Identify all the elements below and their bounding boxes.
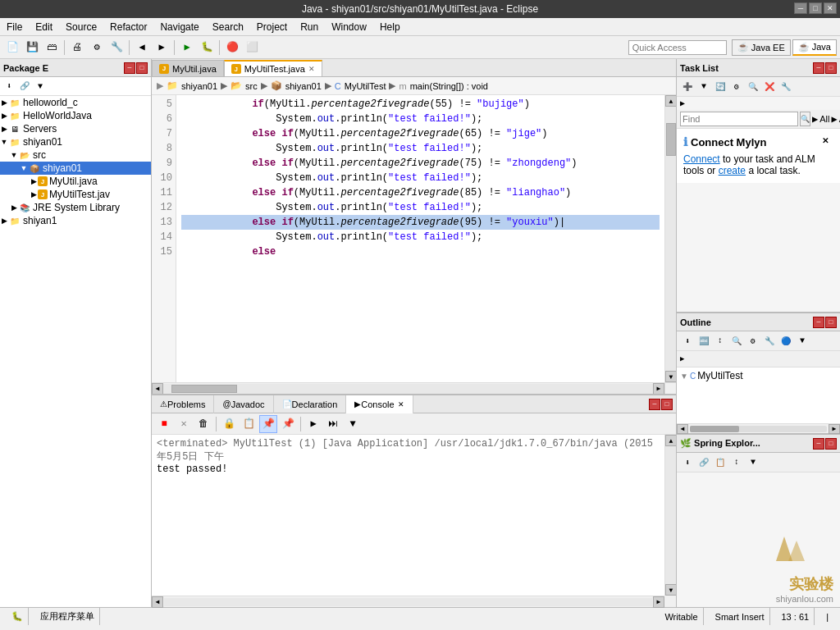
- hscroll-track[interactable]: [163, 384, 653, 394]
- spring-btn-3[interactable]: 📋: [713, 455, 728, 470]
- console-menu-button[interactable]: ▼: [344, 415, 362, 433]
- outline-maximize-button[interactable]: □: [825, 317, 837, 328]
- task-new-button[interactable]: ➕: [680, 80, 695, 94]
- run-button[interactable]: ▶: [178, 39, 196, 57]
- forward-button[interactable]: ▶: [153, 39, 171, 57]
- bottom-minimize-button[interactable]: ─: [649, 399, 660, 410]
- tab-myutiltest[interactable]: J MyUtilTest.java ✕: [224, 60, 322, 76]
- tree-item-src[interactable]: ▼ 📂 src: [0, 148, 151, 162]
- new-button[interactable]: 📄: [3, 39, 21, 57]
- vscroll-up-button[interactable]: ▲: [665, 95, 676, 107]
- outline-minimize-button[interactable]: ─: [813, 317, 824, 328]
- mylyn-close-button[interactable]: ✕: [822, 136, 833, 148]
- outline-btn-7[interactable]: 🔵: [778, 334, 793, 349]
- tab-declaration[interactable]: 📄 Declaration: [274, 395, 347, 413]
- find-input[interactable]: [680, 112, 798, 126]
- expand-helloworld-c[interactable]: ▶: [0, 98, 8, 107]
- hscroll-right-button[interactable]: ▶: [653, 383, 664, 395]
- console-hscroll-right[interactable]: ▶: [653, 596, 664, 608]
- console-terminate-button[interactable]: ✕: [175, 415, 193, 433]
- tree-item-jre[interactable]: ▶ 📚 JRE System Library: [0, 201, 151, 214]
- panel-maximize-button[interactable]: □: [136, 62, 148, 74]
- vscroll-thumb[interactable]: [666, 123, 676, 156]
- expand-helloworldjava[interactable]: ▶: [0, 112, 8, 120]
- tab-myutil[interactable]: J MyUtil.java: [152, 60, 224, 76]
- expand-myutiltest[interactable]: ▶: [30, 190, 38, 199]
- find-all-button[interactable]: All: [819, 114, 829, 124]
- app-menu[interactable]: 应用程序菜单: [35, 608, 100, 625]
- hscroll-thumb[interactable]: [171, 385, 237, 393]
- console-pin2-button[interactable]: 📌: [279, 415, 297, 433]
- spring-btn-2[interactable]: 🔗: [696, 455, 711, 470]
- tree-item-shiyan01[interactable]: ▼ 📁 shiyan01: [0, 135, 151, 148]
- outline-myutiltest[interactable]: ▼ C MyUtilTest: [680, 369, 837, 382]
- console-scroll-lock-button[interactable]: 🔒: [220, 415, 238, 433]
- console-vscroll-track[interactable]: [665, 446, 676, 584]
- close-button[interactable]: ✕: [824, 2, 837, 14]
- expand-shiyan1[interactable]: ▶: [0, 217, 8, 225]
- spring-menu-button[interactable]: ▼: [746, 455, 760, 470]
- tab-console[interactable]: ▶ Console ✕: [346, 395, 413, 413]
- bc-src[interactable]: src: [245, 81, 258, 91]
- expand-shiyan01[interactable]: ▼: [0, 138, 8, 146]
- outline-hscroll-right[interactable]: ▶: [829, 424, 840, 434]
- console-copy-button[interactable]: 📋: [240, 415, 258, 433]
- outline-menu-button[interactable]: ▼: [795, 334, 810, 349]
- tab-problems[interactable]: ⚠ Problems: [152, 395, 214, 413]
- console-open-console-button[interactable]: ▶: [304, 415, 322, 433]
- outline-hscroll-track[interactable]: [690, 426, 827, 432]
- bc-main[interactable]: main(String[]) : void: [410, 81, 488, 91]
- vscroll-track[interactable]: [665, 107, 676, 371]
- bc-myutiltest[interactable]: MyUtilTest: [345, 81, 386, 91]
- editor-horizontal-scrollbar[interactable]: ◀ ▶: [152, 382, 664, 394]
- perspective-java[interactable]: ☕ Java: [792, 39, 837, 56]
- tree-item-myutil[interactable]: ▶ J MyUtil.java: [0, 175, 151, 188]
- tree-item-helloworldjava[interactable]: ▶ 📁 HelloWorldJava: [0, 109, 151, 122]
- editor-vertical-scrollbar[interactable]: ▲ ▼: [664, 95, 676, 382]
- vscroll-down-button[interactable]: ▼: [665, 371, 676, 382]
- outline-sort-button[interactable]: 🔤: [696, 334, 711, 349]
- outline-btn-6[interactable]: 🔧: [762, 334, 777, 349]
- menu-run[interactable]: Run: [294, 20, 325, 34]
- spring-maximize-button[interactable]: □: [825, 438, 837, 450]
- console-vscroll-down[interactable]: ▼: [665, 584, 676, 596]
- task-btn-4[interactable]: ⚙: [729, 80, 744, 94]
- task-list-minimize-button[interactable]: ─: [813, 62, 824, 74]
- perspective-java-ee[interactable]: ☕ Java EE: [732, 39, 791, 56]
- outline-collapse-button[interactable]: ⬇: [680, 334, 695, 349]
- task-btn-5[interactable]: 🔍: [746, 80, 760, 94]
- save-button[interactable]: 💾: [23, 39, 41, 57]
- task-btn-3[interactable]: 🔄: [713, 80, 728, 94]
- task-expand-arrow[interactable]: ▶: [680, 98, 685, 108]
- outline-btn-3[interactable]: ↕: [713, 334, 728, 349]
- toolbar-btn-2[interactable]: ⚙: [88, 39, 106, 57]
- tree-item-myutiltest[interactable]: ▶ J MyUtilTest.jav: [0, 188, 151, 201]
- expand-servers[interactable]: ▶: [0, 125, 8, 133]
- console-hscroll[interactable]: ◀ ▶: [152, 596, 664, 607]
- console-stop-button[interactable]: ■: [155, 415, 173, 433]
- panel-minimize-button[interactable]: ─: [124, 62, 135, 74]
- outline-hscroll-left[interactable]: ◀: [677, 424, 688, 434]
- minimize-button[interactable]: ─: [794, 2, 807, 14]
- bottom-maximize-button[interactable]: □: [661, 399, 673, 410]
- back-button[interactable]: ◀: [133, 39, 151, 57]
- hscroll-left-button[interactable]: ◀: [152, 383, 163, 395]
- spring-minimize-button[interactable]: ─: [813, 438, 824, 450]
- tab-close-myutiltest[interactable]: ✕: [308, 65, 315, 73]
- pkg-menu-button[interactable]: ▼: [33, 79, 48, 94]
- spring-btn-4[interactable]: ↕: [729, 455, 744, 470]
- console-hscroll-track[interactable]: [164, 598, 652, 606]
- menu-help[interactable]: Help: [373, 20, 407, 34]
- quick-access-input[interactable]: [628, 40, 727, 55]
- console-tab-close[interactable]: ✕: [398, 400, 404, 409]
- menu-edit[interactable]: Edit: [29, 20, 59, 34]
- expand-myutil[interactable]: ▶: [30, 177, 38, 185]
- menu-refactor[interactable]: Refactor: [103, 20, 153, 34]
- menu-navigate[interactable]: Navigate: [153, 20, 205, 34]
- outline-hscroll-thumb[interactable]: [690, 426, 739, 432]
- menu-source[interactable]: Source: [59, 20, 103, 34]
- expand-src[interactable]: ▼: [10, 151, 18, 159]
- toolbar-btn-5[interactable]: ⬜: [243, 39, 261, 57]
- toolbar-btn-3[interactable]: 🔧: [107, 39, 126, 57]
- console-clear-button[interactable]: 🗑: [194, 415, 212, 433]
